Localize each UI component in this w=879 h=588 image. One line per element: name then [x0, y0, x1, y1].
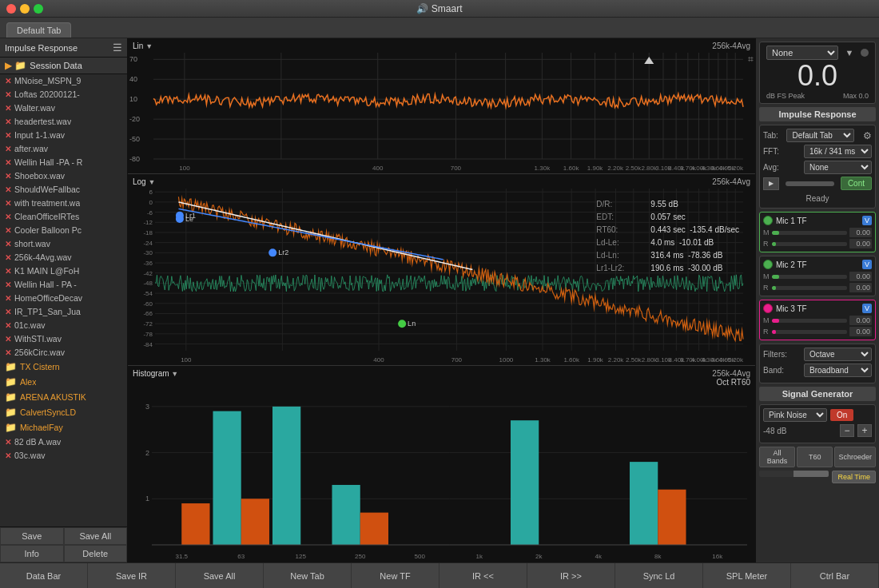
- file-item[interactable]: ✕Walter.wav: [0, 101, 127, 115]
- file-item[interactable]: 📁ARENA AKUSTIK: [0, 390, 127, 405]
- toolbar-ir-prev[interactable]: IR <<: [440, 563, 527, 589]
- mic1-name: Mic 1 TF: [776, 217, 862, 225]
- file-item[interactable]: 📁MichaelFay: [0, 420, 127, 435]
- remove-icon: ✕: [5, 294, 11, 303]
- remove-icon: ✕: [5, 77, 11, 85]
- file-item[interactable]: ✕MNoise_MSPN_9: [0, 74, 127, 88]
- file-item[interactable]: ✕IR_TP1_San_Jua: [0, 305, 127, 319]
- maximize-button[interactable]: [34, 4, 43, 14]
- playback-slider[interactable]: [786, 181, 834, 186]
- left-panel-header: Impulse Response ☰: [0, 38, 127, 58]
- mic3-badge[interactable]: V: [862, 304, 872, 313]
- mic2-dot: [763, 260, 773, 269]
- bottom-toolbar: Data Bar Save IR Save All New Tab New TF…: [0, 562, 879, 588]
- file-item[interactable]: ✕Cooler Balloon Pc: [0, 224, 127, 237]
- toolbar-ir-next[interactable]: IR >>: [527, 563, 615, 589]
- band-select[interactable]: Broadband: [804, 364, 872, 377]
- file-item[interactable]: ✕Wellin Hall - PA -: [0, 278, 127, 292]
- toolbar-save-ir[interactable]: Save IR: [88, 563, 176, 589]
- tab-default[interactable]: Default Tab: [6, 22, 71, 38]
- sig-minus-button[interactable]: −: [840, 424, 854, 437]
- meter-source-select[interactable]: None: [766, 46, 838, 60]
- toolbar-data-bar[interactable]: Data Bar: [0, 563, 88, 589]
- histogram-avg-mode: 256k-4Avg Oct RT60: [712, 369, 750, 387]
- file-item[interactable]: ✕03c.wav: [0, 449, 127, 463]
- tabbar: Default Tab: [0, 18, 879, 38]
- session-folder[interactable]: ▶ 📁 Session Data: [0, 58, 127, 74]
- settings-icon[interactable]: ⚙: [863, 130, 872, 141]
- ir-section-title: Impulse Response: [759, 107, 876, 121]
- save-button[interactable]: Save: [0, 527, 64, 545]
- file-item[interactable]: ✕01c.wav: [0, 319, 127, 332]
- sig-plus-button[interactable]: +: [857, 424, 872, 437]
- traffic-lights: [6, 4, 43, 14]
- file-item[interactable]: 📁TX Cistern: [0, 360, 127, 375]
- save-all-button[interactable]: Save All: [64, 527, 128, 545]
- avg-select[interactable]: None: [804, 161, 872, 174]
- spectrum-chart: Lin ▼ 256k-4Avg: [128, 38, 755, 174]
- remove-icon: ✕: [5, 199, 11, 208]
- mic1-m-val: 0.00: [849, 228, 872, 237]
- remove-icon: ✕: [5, 104, 11, 113]
- folder-icon: ▶ 📁: [5, 60, 26, 71]
- realtime-button[interactable]: Real Time: [832, 471, 876, 483]
- minimize-button[interactable]: [20, 4, 30, 14]
- file-item[interactable]: ✕WithSTI.wav: [0, 332, 127, 346]
- app-title: 🔊 Smaart: [416, 3, 462, 14]
- titlebar: 🔊 Smaart: [0, 0, 879, 18]
- toolbar-sync-ld[interactable]: Sync Ld: [615, 563, 703, 589]
- filters-select[interactable]: Octave: [804, 348, 872, 361]
- mic3-r-val: 0.00: [849, 327, 872, 336]
- cont-button[interactable]: Cont: [841, 177, 872, 190]
- meter-display: None ▼ 0.0 dB FS Peak Max 0.0: [759, 42, 876, 104]
- sig-type-select[interactable]: Pink Noise: [763, 408, 827, 422]
- file-item[interactable]: ✕82 dB A.wav: [0, 435, 127, 449]
- file-item[interactable]: ✕Loftas 20200121-: [0, 88, 127, 101]
- play-button[interactable]: ▶: [763, 177, 779, 190]
- file-item[interactable]: ✕256kCirc.wav: [0, 346, 127, 360]
- file-item[interactable]: ✕after.wav: [0, 142, 127, 156]
- file-item[interactable]: ✕Input 1-1.wav: [0, 129, 127, 142]
- file-item[interactable]: ✕with treatment.wa: [0, 197, 127, 210]
- toolbar-new-tab[interactable]: New Tab: [264, 563, 352, 589]
- file-item[interactable]: 📁Alex: [0, 375, 127, 390]
- file-item[interactable]: ✕K1 MAIN L@FoH: [0, 264, 127, 278]
- list-icon[interactable]: ☰: [113, 42, 122, 54]
- remove-icon: ✕: [5, 226, 11, 235]
- file-item[interactable]: ✕short.wav: [0, 237, 127, 251]
- file-item[interactable]: ✕Shoebox.wav: [0, 169, 127, 183]
- close-button[interactable]: [6, 4, 16, 14]
- mic1-badge[interactable]: V: [862, 216, 872, 225]
- panel-title: Impulse Response: [5, 43, 78, 53]
- file-item[interactable]: ✕ShouldWeFallbac: [0, 183, 127, 197]
- file-list: ✕MNoise_MSPN_9✕Loftas 20200121-✕Walter.w…: [0, 74, 127, 526]
- toolbar-ctrl-bar[interactable]: Ctrl Bar: [791, 563, 879, 589]
- all-bands-button[interactable]: All Bands: [759, 447, 795, 467]
- mic2-badge[interactable]: V: [862, 260, 872, 269]
- ready-label: Ready: [763, 193, 872, 205]
- toolbar-new-tf[interactable]: New TF: [352, 563, 440, 589]
- t60-button[interactable]: T60: [797, 447, 833, 467]
- toolbar-save-all[interactable]: Save All: [176, 563, 264, 589]
- fft-select[interactable]: 16k / 341 ms: [804, 145, 872, 158]
- schroeder-button[interactable]: Schroeder: [834, 447, 876, 467]
- ir-data-labels: D/R:9.55 dB EDT:0.057 sec RT60:0.443 sec…: [596, 198, 739, 275]
- remove-icon: ✕: [5, 158, 11, 167]
- sig-gen-section: Pink Noise On -48 dB − +: [759, 404, 876, 443]
- remove-icon: ✕: [5, 131, 11, 140]
- file-item[interactable]: ✕CleanOfficeIRTes: [0, 210, 127, 224]
- band-label: Band:: [763, 366, 784, 375]
- file-item[interactable]: 📁CalvertSyncLD: [0, 405, 127, 420]
- mic3-block: Mic 3 TF V M 0.00 R 0.00: [759, 300, 876, 340]
- file-item[interactable]: ✕HomeOfficeDecav: [0, 292, 127, 305]
- sig-on-button[interactable]: On: [830, 409, 853, 421]
- delete-button[interactable]: Delete: [64, 545, 128, 562]
- tab-select[interactable]: Default Tab: [786, 129, 854, 142]
- spectrum-avg-label: 256k-4Avg: [712, 42, 750, 50]
- spectrum-scale-label: Lin ▼: [133, 42, 153, 50]
- info-button[interactable]: Info: [0, 545, 64, 562]
- file-item[interactable]: ✕Wellin Hall -PA - R: [0, 156, 127, 169]
- file-item[interactable]: ✕256k-4Avg.wav: [0, 251, 127, 264]
- toolbar-spl-meter[interactable]: SPL Meter: [703, 563, 791, 589]
- file-item[interactable]: ✕headertest.wav: [0, 115, 127, 129]
